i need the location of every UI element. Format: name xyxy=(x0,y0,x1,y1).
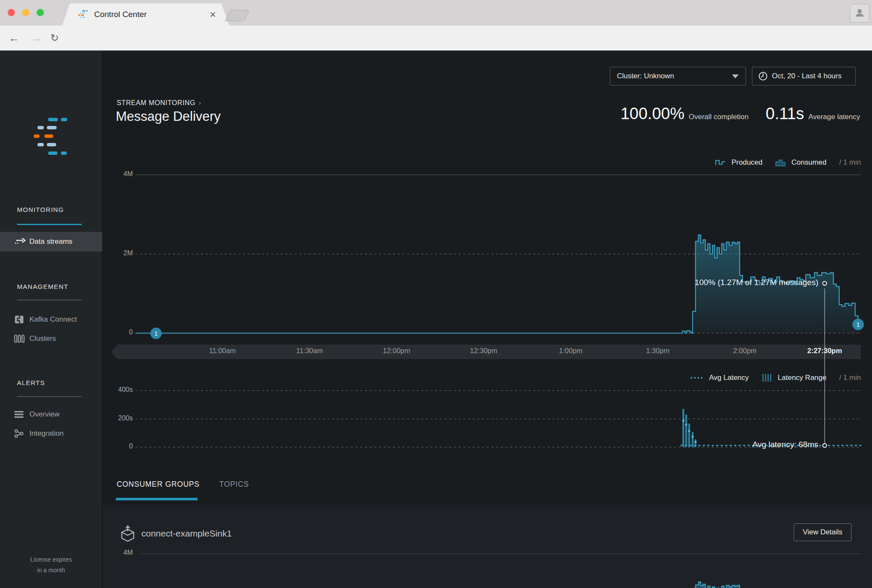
cluster-selector-dropdown[interactable]: Cluster: Unknown xyxy=(610,67,746,86)
overall-completion-stat: 100.00% Overall completion xyxy=(620,105,749,123)
list-icon xyxy=(14,411,27,418)
sidebar-item-label: Data streams xyxy=(29,237,72,246)
breadcrumb[interactable]: STREAM MONITORING› xyxy=(117,99,201,107)
legend-interval: / 1 min xyxy=(839,374,861,382)
tab-close-icon[interactable]: ✕ xyxy=(209,11,216,19)
reload-button[interactable]: ↻ xyxy=(50,32,59,44)
license-notice: License expires in a month xyxy=(0,554,102,576)
alert-marker-badge[interactable]: 1 xyxy=(150,328,162,339)
browser-profile-button[interactable] xyxy=(850,4,869,23)
alerts-rule xyxy=(17,396,82,397)
browser-tab[interactable]: Control Center ✕ xyxy=(62,3,229,26)
latency-legend: Avg Latency Latency Range / 1 min xyxy=(690,374,861,382)
avg-latency-legend-icon xyxy=(690,375,703,380)
produced-legend-icon xyxy=(715,159,726,166)
section-header-alerts: ALERTS xyxy=(17,379,45,386)
date-range-button[interactable]: Oct, 20 - Last 4 hours xyxy=(752,67,856,86)
clusters-icon xyxy=(14,334,27,343)
latency-annotation: Avg latency: 68ms xyxy=(752,440,818,449)
control-center-logo xyxy=(30,116,72,157)
data-streams-icon xyxy=(14,237,27,246)
alert-marker-badge[interactable]: 1 xyxy=(852,319,864,330)
date-range-label: Oct, 20 - Last 4 hours xyxy=(772,72,841,80)
sidebar-item-data-streams[interactable]: Data streams xyxy=(0,232,102,251)
favicon-control-center xyxy=(78,9,89,20)
integration-icon xyxy=(14,429,27,438)
active-tab-underline xyxy=(116,498,198,500)
window-close-button[interactable] xyxy=(8,9,15,16)
sidebar-item-label: Clusters xyxy=(29,334,56,343)
legend-latency-range-label: Latency Range xyxy=(778,374,826,382)
person-icon xyxy=(854,8,865,19)
legend-produced-label: Produced xyxy=(731,158,763,167)
latency-range-legend-icon xyxy=(762,374,772,382)
sidebar-item-label: Integration xyxy=(29,429,63,438)
view-details-button[interactable]: View Details xyxy=(794,523,852,541)
mini-chart-gridline xyxy=(141,554,861,554)
window-minimize-button[interactable] xyxy=(22,9,29,16)
sidebar-item-kafka-connect[interactable]: Kafka Connect xyxy=(0,311,102,328)
forward-button[interactable]: → xyxy=(31,31,42,45)
management-rule xyxy=(17,300,82,300)
browser-toolbar: ← → ↻ ⓘ localhost:3000/monitoring/consum… xyxy=(0,26,872,51)
sidebar-item-integration[interactable]: Integration xyxy=(0,425,102,442)
page-title: Message Delivery xyxy=(116,109,221,124)
window-zoom-button[interactable] xyxy=(37,9,44,16)
sidebar-item-clusters[interactable]: Clusters xyxy=(0,330,102,348)
legend-consumed-label: Consumed xyxy=(792,158,826,167)
breadcrumb-chevron-icon: › xyxy=(199,99,201,106)
consumer-groups-section-background xyxy=(103,505,872,588)
legend-interval: / 1 min xyxy=(839,158,861,167)
legend-avg-latency-label: Avg Latency xyxy=(709,374,749,382)
section-header-management: MANAGEMENT xyxy=(17,283,69,290)
clock-icon xyxy=(758,71,768,81)
sink-box-icon xyxy=(120,525,136,542)
screen: Control Center ✕ ← → ↻ ⓘ localhost:3000/… xyxy=(0,0,872,588)
sidebar-item-label: Kafka Connect xyxy=(29,315,77,324)
kafka-connect-icon xyxy=(14,315,27,324)
new-tab-button[interactable] xyxy=(225,10,250,21)
chevron-down-icon xyxy=(732,74,739,78)
tab-title: Control Center xyxy=(94,10,209,19)
consumer-group-name[interactable]: connect-exampleSink1 xyxy=(141,528,232,539)
browser-titlebar: Control Center ✕ xyxy=(0,0,872,26)
cluster-selector-label: Cluster: Unknown xyxy=(617,72,674,80)
throughput-annotation: 100% (1.27M of 1.27M messages) xyxy=(695,278,818,287)
average-latency-stat: 0.11s Average latency xyxy=(766,105,860,123)
time-axis-band[interactable] xyxy=(111,345,861,359)
consumed-legend-icon xyxy=(775,159,786,166)
back-button[interactable]: ← xyxy=(9,31,20,45)
sidebar-item-label: Overview xyxy=(29,410,60,419)
sidebar: MONITORING Data streams MANAGEMENT Kafk xyxy=(0,51,102,588)
sidebar-item-overview[interactable]: Overview xyxy=(0,405,102,423)
throughput-legend: Produced Consumed / 1 min xyxy=(715,158,861,167)
tab-topics[interactable]: TOPICS xyxy=(219,480,249,489)
section-header-monitoring: MONITORING xyxy=(17,206,64,213)
summary-stats: 100.00% Overall completion 0.11s Average… xyxy=(620,105,860,123)
tab-consumer-groups[interactable]: CONSUMER GROUPS xyxy=(117,480,200,489)
monitoring-rule xyxy=(17,224,82,225)
